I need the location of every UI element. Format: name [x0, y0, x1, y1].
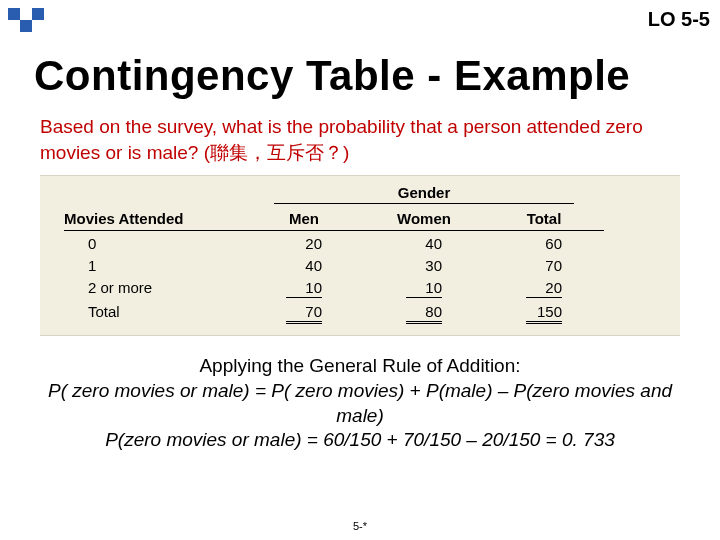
- svg-rect-2: [32, 8, 44, 20]
- cell: 10: [244, 275, 364, 299]
- slide-title: Contingency Table - Example: [34, 52, 720, 100]
- group-header: Gender: [274, 184, 574, 204]
- cell: 40: [364, 231, 484, 253]
- explain-line-1: Applying the General Rule of Addition:: [40, 354, 680, 379]
- svg-rect-0: [8, 8, 20, 20]
- cell: 20: [244, 231, 364, 253]
- cell-total: 80: [364, 299, 484, 325]
- col-header-men: Men: [244, 206, 364, 231]
- cell: 10: [364, 275, 484, 299]
- row-total-label: Total: [64, 299, 244, 325]
- cell: 20: [484, 275, 604, 299]
- cell: 60: [484, 231, 604, 253]
- col-header-total: Total: [484, 206, 604, 231]
- brand-logo: [8, 8, 52, 42]
- row-label: 2 or more: [64, 275, 244, 299]
- cell: 30: [364, 253, 484, 275]
- explain-line-3: P(zero movies or male) = 60/150 + 70/150…: [40, 428, 680, 453]
- row-axis-header: Movies Attended: [64, 206, 244, 231]
- svg-rect-1: [20, 20, 32, 32]
- row-label: 0: [64, 231, 244, 253]
- contingency-table: Gender Movies Attended Men Women Total 0…: [40, 175, 680, 336]
- cell: 70: [484, 253, 604, 275]
- question-prompt: Based on the survey, what is the probabi…: [40, 114, 680, 165]
- cell: 40: [244, 253, 364, 275]
- explanation: Applying the General Rule of Addition: P…: [40, 354, 680, 453]
- col-header-women: Women: [364, 206, 484, 231]
- explain-line-2: P( zero movies or male) = P( zero movies…: [40, 379, 680, 428]
- cell-total: 150: [484, 299, 604, 325]
- slide-number: 5-*: [0, 520, 720, 532]
- learning-objective: LO 5-5: [648, 8, 710, 31]
- row-label: 1: [64, 253, 244, 275]
- cell-total: 70: [244, 299, 364, 325]
